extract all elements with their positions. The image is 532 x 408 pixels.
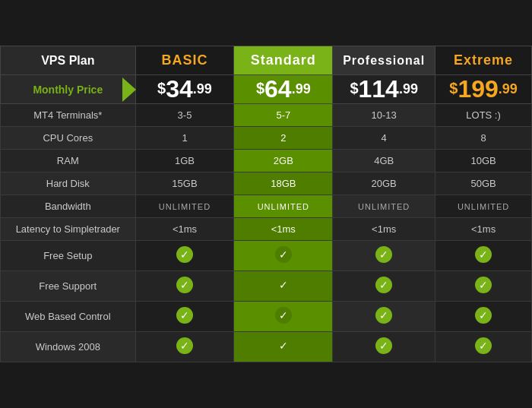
- standard-price-dollar: $: [256, 80, 264, 96]
- feature-label: Web Based Control: [1, 302, 136, 332]
- feature-label: RAM: [1, 150, 136, 172]
- cell-standard: [234, 241, 333, 271]
- cell-standard: [234, 271, 333, 302]
- cell-basic: [135, 271, 234, 302]
- cell-standard: 2GB: [234, 150, 333, 172]
- cell-professional: UNLIMITED: [333, 195, 435, 218]
- bandwidth-value: UNLIMITED: [159, 202, 211, 211]
- pricing-table: VPS Plan BASIC Standard Professional Ext…: [0, 46, 532, 362]
- vps-plan-title: VPS Plan: [41, 54, 94, 67]
- professional-price-main: 114: [359, 75, 399, 103]
- cell-extreme: 50GB: [435, 172, 532, 195]
- bandwidth-value: UNLIMITED: [358, 202, 410, 211]
- bandwidth-value: UNLIMITED: [258, 202, 309, 211]
- check-icon: [275, 337, 292, 354]
- check-icon: [375, 337, 392, 354]
- cell-standard: [234, 332, 333, 362]
- cell-extreme: [435, 241, 532, 271]
- cell-standard: [234, 302, 333, 332]
- cell-basic: 15GB: [135, 172, 234, 195]
- cell-extreme: <1ms: [435, 218, 532, 241]
- cell-value: 2GB: [274, 155, 293, 166]
- professional-price-cents: .99: [399, 81, 418, 96]
- table-row: Latency to Simpletrader<1ms<1ms<1ms<1ms: [1, 218, 532, 241]
- price-cell-basic: $34.99: [135, 75, 234, 104]
- cell-value: 1: [182, 132, 187, 144]
- check-icon: [375, 277, 392, 293]
- basic-price-dollar: $: [157, 80, 166, 96]
- col-header-standard: Standard: [234, 46, 333, 75]
- table-row: Web Based Control: [1, 302, 532, 332]
- cell-value: <1ms: [471, 223, 496, 235]
- cell-standard: 5-7: [234, 104, 333, 127]
- table-row: CPU Cores1248: [1, 127, 532, 150]
- cell-value: <1ms: [372, 223, 396, 235]
- feature-label: Hard Disk: [1, 172, 136, 195]
- cell-value: 50GB: [470, 178, 496, 189]
- cell-professional: [333, 332, 435, 362]
- feature-label: MT4 Terminals*: [1, 104, 136, 127]
- cell-basic: [135, 241, 234, 271]
- check-icon: [375, 307, 392, 324]
- check-icon: [275, 277, 292, 293]
- extreme-price-dollar: $: [449, 80, 458, 96]
- monthly-price-label-cell: Monthly Price: [1, 75, 136, 104]
- cell-extreme: UNLIMITED: [435, 195, 532, 218]
- check-icon: [176, 337, 193, 354]
- cell-professional: 20GB: [333, 172, 435, 195]
- cell-professional: 4GB: [333, 150, 435, 172]
- extreme-price-cents: .99: [499, 81, 518, 96]
- check-icon: [176, 246, 193, 263]
- check-icon: [375, 246, 392, 263]
- cell-value: 10-13: [372, 109, 397, 121]
- table-row: BandwidthUNLIMITEDUNLIMITEDUNLIMITEDUNLI…: [1, 195, 532, 218]
- basic-price-cents: .99: [193, 81, 212, 96]
- table-row: Free Setup: [1, 241, 532, 271]
- cell-basic: 1GB: [135, 150, 234, 172]
- feature-label: Free Support: [1, 271, 136, 302]
- cell-value: 20GB: [372, 178, 397, 189]
- bandwidth-value: UNLIMITED: [458, 202, 509, 211]
- table-row: Hard Disk15GB18GB20GB50GB: [1, 172, 532, 195]
- feature-label: Windows 2008: [1, 332, 136, 362]
- check-icon: [475, 246, 492, 263]
- cell-value: 10GB: [470, 155, 496, 166]
- cell-value: <1ms: [271, 223, 296, 235]
- table-row: Free Support: [1, 271, 532, 302]
- cell-professional: [333, 302, 435, 332]
- check-icon: [475, 307, 492, 324]
- standard-price-cents: .99: [292, 81, 311, 96]
- table-row: Windows 2008: [1, 332, 532, 362]
- vps-plan-header: VPS Plan: [1, 46, 136, 75]
- cell-value: LOTS :): [466, 109, 501, 121]
- feature-label: Free Setup: [1, 241, 136, 271]
- table-row: MT4 Terminals*3-55-710-13LOTS :): [1, 104, 532, 127]
- price-cell-extreme: $199.99: [435, 75, 532, 104]
- plan-label-basic: BASIC: [161, 52, 207, 68]
- cell-basic: <1ms: [135, 218, 234, 241]
- cell-basic: [135, 332, 234, 362]
- cell-standard: 18GB: [234, 172, 333, 195]
- cell-standard: <1ms: [234, 218, 333, 241]
- price-cell-standard: $64.99: [234, 75, 333, 104]
- cell-professional: <1ms: [333, 218, 435, 241]
- cell-value: <1ms: [173, 223, 197, 235]
- cell-extreme: 10GB: [435, 150, 532, 172]
- standard-price-main: 64: [264, 75, 292, 103]
- professional-price-dollar: $: [350, 80, 358, 96]
- cell-basic: 3-5: [135, 104, 234, 127]
- plan-label-extreme: Extreme: [454, 52, 513, 68]
- table-row: RAM1GB2GB4GB10GB: [1, 150, 532, 172]
- col-header-professional: Professional: [333, 46, 435, 75]
- monthly-price-label: Monthly Price: [33, 84, 103, 96]
- cell-professional: 10-13: [333, 104, 435, 127]
- cell-extreme: [435, 271, 532, 302]
- cell-value: 4GB: [374, 155, 394, 166]
- check-icon: [475, 277, 492, 293]
- cell-value: 3-5: [178, 109, 192, 121]
- cell-standard: 2: [234, 127, 333, 150]
- arrow-indicator: [122, 77, 136, 102]
- cell-value: 2: [280, 132, 286, 144]
- feature-label: Bandwidth: [1, 195, 136, 218]
- check-icon: [475, 337, 492, 354]
